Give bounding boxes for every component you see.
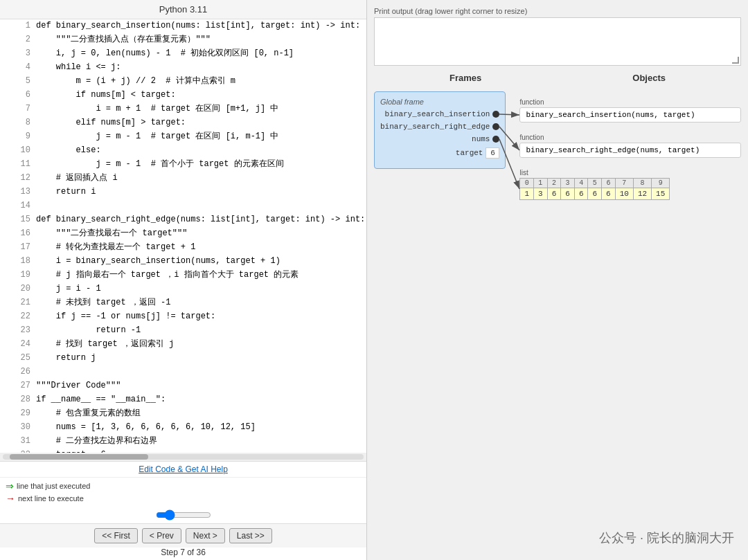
scrollbar-area[interactable] <box>0 453 366 461</box>
line-code-text: if nums[m] < target: <box>36 89 364 102</box>
line-number: 17 <box>17 241 36 254</box>
edit-code-link[interactable]: Edit Code & Get AI Help <box>139 464 228 474</box>
line-code-text: # j 指向最右一个 target ，i 指向首个大于 target 的元素 <box>36 269 364 282</box>
line-code-text: if j == -1 or nums[j] != target: <box>36 310 364 323</box>
frames-objects-container: Frames Objects Global frame binary_searc… <box>374 70 741 553</box>
code-line: 5 m = (i + j) // 2 # 计算中点索引 m <box>0 75 366 89</box>
line-number: 28 <box>17 393 36 406</box>
function-label: function <box>519 134 741 141</box>
red-arrow-icon: → <box>6 493 15 504</box>
line-code-text: return -1 <box>36 324 364 337</box>
fo-header: Frames Objects <box>374 70 741 86</box>
line-number: 12 <box>17 172 36 185</box>
left-panel: Python 3.11 1def binary_search_insertion… <box>0 0 367 560</box>
line-number: 27 <box>17 379 36 392</box>
frame-var-label: binary_search_right_edge <box>380 123 490 131</box>
last-button[interactable]: Last >> <box>229 528 272 543</box>
frame-var-value: 6 <box>486 147 499 159</box>
list-value: 6 <box>602 188 616 200</box>
code-line: 20 j = i - 1 <box>0 282 366 296</box>
code-line: 18 i = binary_search_insertion(nums, tar… <box>0 255 366 269</box>
line-code-text: def binary_search_right_edge(nums: list[… <box>36 213 365 226</box>
function-box: binary_search_right_edge(nums, target) <box>519 143 741 158</box>
objects-side: functionbinary_search_insertion(nums, ta… <box>519 91 741 200</box>
legend-red-text: next line to execute <box>18 494 84 503</box>
code-line: 16 """二分查找最右一个 target""" <box>0 227 366 241</box>
frame-dot <box>492 123 499 130</box>
scrollbar-thumb[interactable] <box>10 454 148 460</box>
code-line: 24 # 找到 target ，返回索引 j <box>0 338 366 352</box>
line-code-text: return j <box>36 352 364 365</box>
line-number: 25 <box>17 352 36 365</box>
code-line: 11 j = m - 1 # 首个小于 target 的元素在区间 <box>0 158 366 172</box>
frame-dot <box>492 136 499 143</box>
panel-title: Python 3.11 <box>0 0 366 19</box>
list-value: 10 <box>615 188 633 200</box>
code-line: 1def binary_search_insertion(nums: list[… <box>0 19 366 33</box>
code-line: 9 j = m - 1 # target 在区间 [i, m-1] 中 <box>0 130 366 144</box>
code-area: 1def binary_search_insertion(nums: list[… <box>0 19 366 453</box>
line-code-text: while i <= j: <box>36 61 364 74</box>
line-number: 19 <box>17 269 36 282</box>
line-code-text: """二分查找最右一个 target""" <box>36 227 364 240</box>
code-line: 6 if nums[m] < target: <box>0 89 366 102</box>
list-value: 12 <box>633 188 651 200</box>
line-code-text: m = (i + j) // 2 # 计算中点索引 m <box>36 75 364 88</box>
frames-header: Frames <box>449 73 481 83</box>
line-code-text: nums = [1, 3, 6, 6, 6, 6, 6, 10, 12, 15] <box>36 421 364 434</box>
frame-dot <box>492 111 499 118</box>
frame-row: binary_search_insertion <box>380 110 499 118</box>
line-number: 24 <box>17 338 36 351</box>
global-frame-title: Global frame <box>380 98 499 106</box>
line-code-text: # 找到 target ，返回索引 j <box>36 338 364 351</box>
print-output-label: Print output (drag lower right corner to… <box>374 7 741 15</box>
right-panel: Print output (drag lower right corner to… <box>367 0 748 560</box>
function-box-wrapper: functionbinary_search_right_edge(nums, t… <box>519 134 741 158</box>
code-line: 25 return j <box>0 352 366 365</box>
line-code-text: # 未找到 target ，返回 -1 <box>36 296 364 309</box>
line-number: 22 <box>17 310 36 323</box>
code-line: 21 # 未找到 target ，返回 -1 <box>0 296 366 310</box>
line-number: 5 <box>17 75 36 88</box>
code-line: 10 else: <box>0 144 366 158</box>
list-table: 01234567891366666101215 <box>519 178 670 200</box>
list-index: 2 <box>547 179 561 188</box>
line-number: 21 <box>17 296 36 309</box>
frame-row: nums <box>380 135 499 143</box>
code-line: 29 # 包含重复元素的数组 <box>0 407 366 421</box>
line-number: 26 <box>17 365 36 379</box>
scrollbar-track[interactable] <box>3 454 364 460</box>
line-code-text: i = m + 1 # target 在区间 [m+1, j] 中 <box>36 102 364 116</box>
first-button[interactable]: << First <box>94 528 138 543</box>
prev-button[interactable]: < Prev <box>142 528 181 543</box>
list-value: 3 <box>534 188 548 200</box>
line-code-text: i, j = 0, len(nums) - 1 # 初始化双闭区间 [0, n-… <box>36 47 364 60</box>
watermark: 公众号 · 院长的脑洞大开 <box>599 530 734 546</box>
list-index: 7 <box>615 179 633 188</box>
line-number: 4 <box>17 61 36 74</box>
list-value: 6 <box>574 188 588 200</box>
line-number: 20 <box>17 282 36 296</box>
code-line: 19 # j 指向最右一个 target ，i 指向首个大于 target 的元… <box>0 269 366 282</box>
frame-var-label: binary_search_insertion <box>385 110 490 118</box>
line-number: 9 <box>17 130 36 143</box>
list-index: 4 <box>574 179 588 188</box>
frame-row: target6 <box>380 147 499 159</box>
step-slider[interactable] <box>156 509 211 521</box>
list-value: 15 <box>652 188 670 200</box>
line-code-text: j = m - 1 # target 在区间 [i, m-1] 中 <box>36 130 364 143</box>
resize-handle[interactable] <box>732 57 739 64</box>
next-button[interactable]: Next > <box>186 528 225 543</box>
line-number: 31 <box>17 435 36 448</box>
line-code-text: # 二分查找左边界和右边界 <box>36 435 364 448</box>
edit-link-bar[interactable]: Edit Code & Get AI Help <box>0 461 366 477</box>
list-index: 0 <box>520 179 534 188</box>
legend-area: ⇒ line that just executed → next line to… <box>0 477 366 508</box>
line-number: 29 <box>17 407 36 420</box>
list-index: 6 <box>602 179 616 188</box>
line-number: 8 <box>17 116 36 129</box>
code-line: 30 nums = [1, 3, 6, 6, 6, 6, 6, 10, 12, … <box>0 421 366 435</box>
code-line: 22 if j == -1 or nums[j] != target: <box>0 310 366 324</box>
list-index: 3 <box>561 179 575 188</box>
code-line: 8 elif nums[m] > target: <box>0 116 366 130</box>
